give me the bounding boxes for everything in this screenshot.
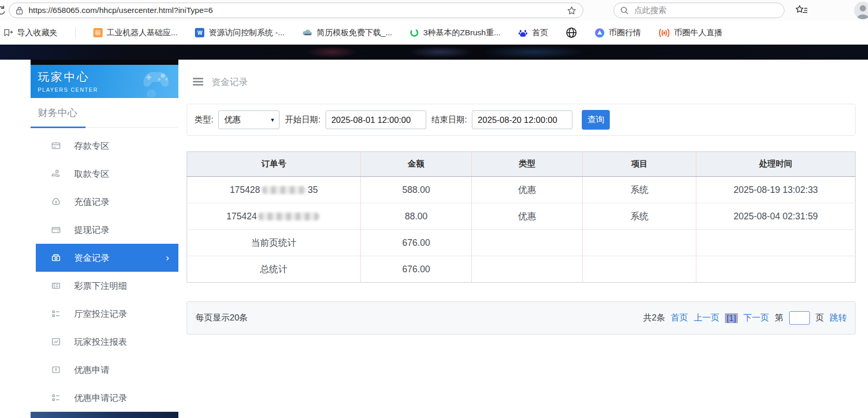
- order-id-cell: 175424: [187, 203, 361, 230]
- col-type: 类型: [472, 152, 583, 177]
- per-page-label: 每页显示20条: [195, 312, 248, 324]
- censored-blur: [258, 213, 319, 220]
- next-page-link[interactable]: 下一页: [744, 312, 769, 324]
- time-cell: 2025-08-19 13:02:33: [696, 177, 856, 203]
- live-stream-favicon: [659, 28, 670, 38]
- page-title: 资金记录: [212, 76, 248, 88]
- ring-favicon: [410, 28, 419, 37]
- hall-bet-record-icon: [50, 309, 62, 319]
- table-row: 175424 88.00 优惠 系统 2025-08-04 02:31:59: [187, 203, 856, 230]
- amount-cell: 88.00: [361, 203, 472, 230]
- sidebar-item-promo-apply[interactable]: 优惠申请 ›: [31, 356, 178, 384]
- col-order-id: 订单号: [187, 152, 361, 177]
- jump-label-post: 页: [816, 312, 824, 324]
- import-bookmarks-icon: [3, 28, 13, 37]
- profile-avatar[interactable]: [854, 2, 868, 19]
- bookmarks-bar: 导入收藏夹 萌 工业机器人基础应... W 资源访问控制系统 -... 简历模板…: [0, 21, 868, 45]
- baidu-paw-favicon: [518, 28, 528, 38]
- item-cell: 系统: [583, 203, 696, 230]
- filter-bar: 类型: 优惠 ▾ 开始日期: 结束日期: 查询: [187, 104, 856, 136]
- summary-label-cell: 当前页统计: [187, 230, 361, 256]
- deposit-icon: [50, 141, 62, 151]
- censored-blur: [262, 186, 306, 194]
- content-header: 资金记录: [187, 60, 856, 104]
- sidebar-section-rule: [31, 127, 178, 128]
- bookmark-item[interactable]: 简历模板免费下载_...: [302, 27, 393, 38]
- sidebar-section-title: 财务中心: [38, 106, 178, 120]
- jump-label-pre: 第: [775, 312, 783, 324]
- col-amount: 金额: [361, 152, 472, 177]
- bookmark-label: 资源访问控制系统 -...: [208, 27, 284, 38]
- reload-icon[interactable]: [0, 4, 6, 17]
- jump-link[interactable]: 跳转: [830, 312, 847, 324]
- globe-favicon: [566, 27, 577, 38]
- order-id-cell: 17542835: [187, 177, 361, 203]
- bookmark-item[interactable]: 首页: [518, 27, 548, 38]
- sidebar-item-deposit[interactable]: 存款专区 ›: [31, 132, 178, 160]
- bookmark-item[interactable]: 萌 工业机器人基础应...: [93, 27, 178, 38]
- col-item: 项目: [583, 152, 696, 177]
- menu-toggle-icon[interactable]: [193, 78, 203, 86]
- sidebar-item-label: 优惠申请记录: [74, 392, 127, 404]
- search-icon: [620, 6, 629, 15]
- sidebar-item-cashout-record[interactable]: 提现记录 ›: [31, 216, 178, 244]
- cloud-favicon: [302, 29, 313, 37]
- prev-page-link[interactable]: 上一页: [694, 312, 720, 324]
- summary-label-cell: 总统计: [187, 256, 361, 283]
- sidebar-item-label: 资金记录: [74, 252, 109, 264]
- sidebar-item-player-bet-report[interactable]: 玩家投注报表 ›: [31, 328, 178, 356]
- sidebar-item-recharge-record[interactable]: 充值记录 ›: [31, 188, 178, 216]
- sidebar-item-promo-apply-record[interactable]: 优惠申请记录 ›: [31, 384, 178, 412]
- bookmark-star-icon[interactable]: [567, 6, 577, 16]
- favorites-list-icon[interactable]: [795, 5, 808, 16]
- pagination-bar: 每页显示20条 共2条 首页 上一页 [1] 下一页 第 页 跳转: [187, 301, 856, 335]
- table-header-row: 订单号 金额 类型 项目 处理时间: [187, 152, 856, 177]
- chevron-right-icon: ›: [166, 252, 169, 263]
- table-summary-row: 总统计 676.00: [187, 256, 856, 283]
- bookmark-label: 币圈牛人直播: [674, 27, 722, 38]
- amount-cell: 588.00: [361, 177, 472, 203]
- type-cell: 优惠: [472, 177, 583, 203]
- end-date-input[interactable]: [472, 110, 572, 129]
- background-highlight: [0, 196, 31, 336]
- sidebar-item-funds-record[interactable]: 资金记录 ›: [36, 244, 178, 272]
- current-page: [1]: [725, 313, 737, 323]
- start-date-input[interactable]: [326, 110, 426, 129]
- bookmark-item[interactable]: 币圈行情: [595, 27, 641, 38]
- search-input[interactable]: [634, 6, 778, 15]
- sidebar-item-lottery-bet-detail[interactable]: 彩票下注明细 ›: [31, 272, 178, 300]
- sidebar-item-label: 彩票下注明细: [74, 280, 127, 292]
- sidebar-item-label: 提现记录: [74, 224, 109, 236]
- type-cell: 优惠: [472, 203, 583, 230]
- browser-toolbar: [0, 0, 868, 21]
- page-jump-input[interactable]: [789, 311, 810, 325]
- amount-cell: 676.00: [361, 256, 472, 283]
- type-label: 类型:: [194, 115, 213, 126]
- bookmark-item[interactable]: 币圈牛人直播: [659, 27, 722, 38]
- first-page-link[interactable]: 首页: [671, 312, 688, 324]
- lottery-bet-detail-icon: [50, 281, 62, 291]
- search-box[interactable]: [613, 3, 785, 18]
- sidebar-item-withdraw[interactable]: 取款专区 ›: [31, 160, 178, 188]
- end-date-label: 结束日期:: [431, 115, 467, 126]
- query-button[interactable]: 查询: [582, 110, 610, 130]
- bookmark-item[interactable]: 3种基本的ZBrush重...: [410, 27, 500, 38]
- gamepad-icon: [136, 67, 176, 97]
- item-cell: 系统: [583, 177, 696, 203]
- sidebar-item-hall-bet-record[interactable]: 厅室投注记录 ›: [31, 300, 178, 328]
- type-select-value: 优惠: [224, 115, 241, 126]
- bookmark-item[interactable]: W 资源访问控制系统 -...: [195, 27, 284, 38]
- bookmark-import[interactable]: 导入收藏夹: [3, 27, 58, 38]
- url-input[interactable]: [29, 6, 567, 15]
- bookmarks-separator: [75, 27, 76, 38]
- promo-apply-record-icon: [50, 393, 62, 403]
- sidebar-brand: 玩家中心 PLAYERS CENTER: [31, 65, 178, 98]
- pager: 共2条 首页 上一页 [1] 下一页 第 页 跳转: [643, 311, 847, 325]
- sidebar-item-label: 玩家投注报表: [74, 336, 127, 348]
- bookmark-globe[interactable]: [566, 27, 577, 38]
- type-select[interactable]: 优惠 ▾: [218, 110, 279, 129]
- triangle-drive-favicon: [595, 28, 605, 38]
- page-background-band: [0, 45, 868, 60]
- address-bar[interactable]: [9, 3, 583, 18]
- total-count: 共2条: [643, 312, 665, 324]
